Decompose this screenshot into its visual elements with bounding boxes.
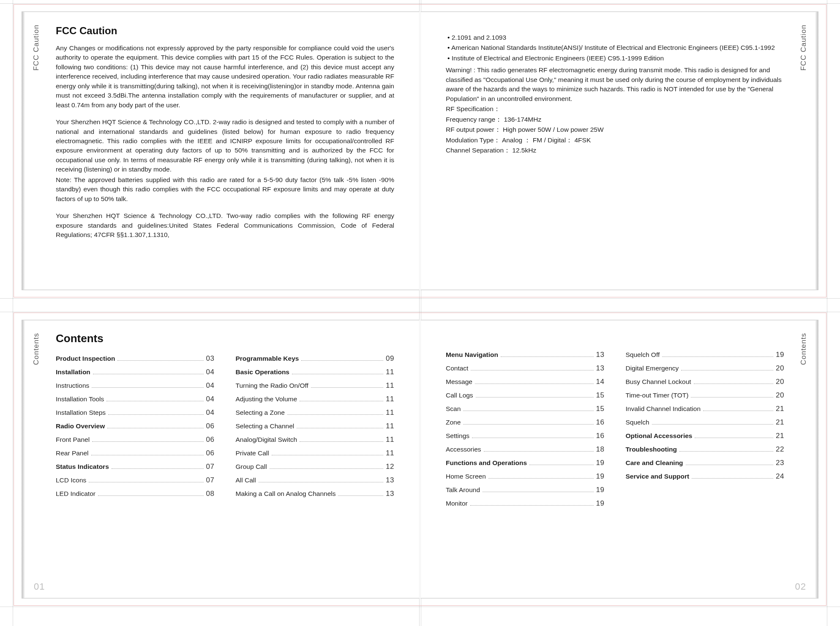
toc-page: 22 <box>776 445 784 454</box>
toc-page: 15 <box>596 391 605 400</box>
toc-dots <box>681 370 773 370</box>
page-number-left: 01 <box>34 581 45 592</box>
fcc-left-content: FCC Caution Any Changes or modifications… <box>56 24 394 273</box>
toc-page: 07 <box>206 463 215 471</box>
toc-label: Care and Cleaning <box>626 459 683 467</box>
spread-contents: Contents Contents Product Inspection03In… <box>14 313 826 606</box>
toc-label: Adjusting the Volume <box>236 395 297 403</box>
toc-row: Turning the Radio On/Off11 <box>236 381 395 390</box>
toc-label: Analog/Digital Switch <box>236 436 297 444</box>
toc-row: Care and Cleaning23 <box>626 459 785 467</box>
toc-row: Monitor19 <box>446 499 605 508</box>
toc-dots <box>703 411 773 411</box>
toc-dots <box>691 397 773 397</box>
toc-label: Basic Operations <box>236 368 290 376</box>
toc-page: 12 <box>386 463 394 471</box>
toc-label: Squelch <box>626 419 649 426</box>
side-tab-contents-right: Contents <box>799 333 808 365</box>
toc-row: Selecting a Channel11 <box>236 422 395 430</box>
toc-label: Installation <box>56 368 90 376</box>
toc-row: LCD Icons07 <box>56 476 215 484</box>
toc-page: 20 <box>776 391 784 400</box>
toc-page: 19 <box>596 499 605 508</box>
toc-label: Busy Channel Lockout <box>626 378 691 386</box>
toc-row: Service and Support24 <box>626 472 785 481</box>
page-fcc-left: FCC Caution FCC Caution Any Changes or m… <box>22 11 420 290</box>
toc-dots <box>106 401 203 401</box>
toc-label: Rear Panel <box>56 449 89 457</box>
toc-dots <box>476 397 594 397</box>
toc-dots <box>470 505 594 506</box>
toc-page: 15 <box>596 405 605 413</box>
contents-title: Contents <box>56 332 394 345</box>
toc-row: Adjusting the Volume11 <box>236 395 395 403</box>
toc-label: Radio Overview <box>56 422 105 430</box>
toc-label: Talk Around <box>446 486 480 494</box>
toc-row: Private Call11 <box>236 449 395 457</box>
toc-dots <box>107 428 203 428</box>
toc-page: 14 <box>596 378 605 386</box>
toc-dots <box>108 414 204 415</box>
toc-row: Front Panel06 <box>56 435 215 444</box>
toc-row: Troubleshooting22 <box>626 445 785 454</box>
rf-spec-title: RF Specification： <box>446 104 784 114</box>
toc-dots <box>89 482 203 482</box>
toc-page: 03 <box>206 354 215 363</box>
toc-dots <box>93 374 204 374</box>
toc-dots <box>501 357 594 357</box>
rf-spec-1: RF output power： High power 50W / Low po… <box>446 125 784 134</box>
toc-dots <box>662 357 773 357</box>
toc-row: Talk Around19 <box>446 486 605 494</box>
toc-page: 21 <box>776 432 784 440</box>
toc-page: 19 <box>596 472 605 481</box>
toc-label: Scan <box>446 405 461 413</box>
toc-label: Accessories <box>446 446 481 453</box>
toc-dots <box>287 414 383 415</box>
toc-dots <box>488 478 594 479</box>
toc-page: 21 <box>776 405 784 413</box>
toc-page: 11 <box>386 449 394 457</box>
toc-page: 24 <box>776 472 784 481</box>
toc-page: 06 <box>206 422 215 430</box>
toc-dots <box>463 411 593 411</box>
toc-page: 08 <box>206 490 215 498</box>
fcc-bullet-0: 2.1091 and 2.1093 <box>446 33 784 42</box>
page-fcc-right: FCC Caution 2.1091 and 2.1093 American N… <box>420 11 818 290</box>
toc-page: 13 <box>386 490 394 498</box>
toc-dots <box>652 424 774 425</box>
toc-dots <box>686 465 773 465</box>
toc-page: 09 <box>386 354 394 363</box>
toc-label: Settings <box>446 432 469 440</box>
toc-page: 11 <box>386 395 394 403</box>
toc-row: Squelch21 <box>626 418 785 427</box>
toc-row: Accessories18 <box>446 445 605 454</box>
toc-dots <box>472 438 594 438</box>
toc-page: 13 <box>596 351 605 359</box>
toc-row: Radio Overview06 <box>56 422 215 430</box>
toc-dots <box>692 478 773 479</box>
toc-row: Installation04 <box>56 368 215 376</box>
fcc-right-content: 2.1091 and 2.1093 American National Stan… <box>446 33 784 273</box>
toc-row: Settings16 <box>446 432 605 440</box>
page-contents-left: Contents Contents Product Inspection03In… <box>22 320 420 599</box>
fcc-bullet-2: Institute of Electrical and Electronic E… <box>446 54 784 63</box>
toc-label: Invalid Channel Indication <box>626 405 701 413</box>
toc-dots <box>694 384 773 384</box>
toc-label: Selecting a Channel <box>236 422 295 430</box>
toc-page: 13 <box>386 476 394 484</box>
toc-label: Installation Steps <box>56 409 106 416</box>
toc-label: Programmable Keys <box>236 355 299 362</box>
side-tab-fcc-left: FCC Caution <box>32 24 41 71</box>
toc-page: 20 <box>776 364 784 373</box>
rf-spec-3: Channel Separation： 12.5kHz <box>446 146 784 155</box>
toc-row: Status Indicators07 <box>56 463 215 471</box>
toc-page: 11 <box>386 368 394 376</box>
toc-label: Menu Navigation <box>446 351 498 359</box>
toc-dots <box>292 374 383 374</box>
toc-col-1: Programmable Keys09Basic Operations11Tur… <box>236 354 395 503</box>
rf-spec-2: Modulation Type： Analog ： FM / Digital： … <box>446 136 784 145</box>
page-number-right: 02 <box>795 581 806 592</box>
toc-page: 07 <box>206 476 215 484</box>
toc-page: 13 <box>596 364 605 373</box>
toc-label: Time-out Timer (TOT) <box>626 392 689 399</box>
